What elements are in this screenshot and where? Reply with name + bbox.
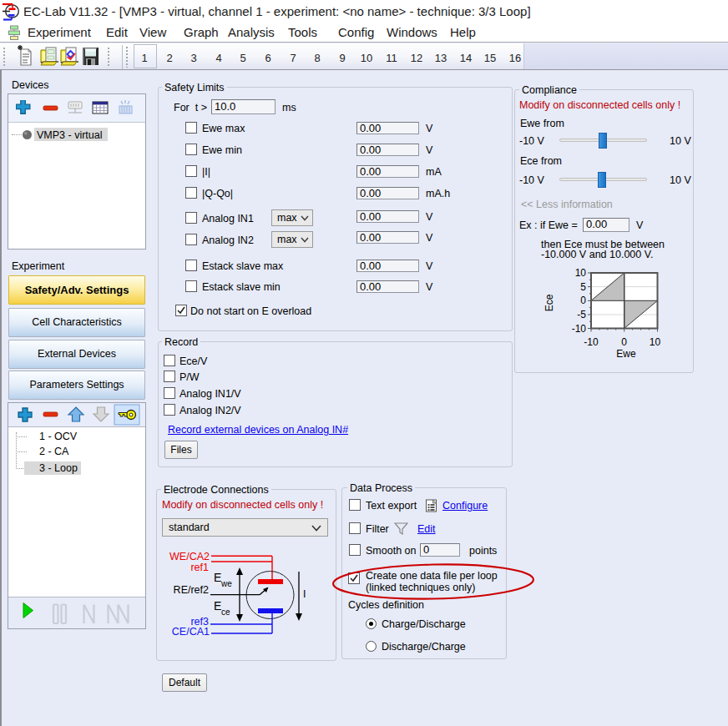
svg-text:RE/ref2: RE/ref2 [174,584,209,596]
svg-text:WE/CA2: WE/CA2 [169,551,210,562]
svg-text:10: 10 [575,267,587,279]
svg-text:0: 0 [580,295,586,306]
svg-text:-10: -10 [584,336,599,348]
svg-text:-10: -10 [572,323,587,335]
svg-text:10: 10 [650,336,661,348]
svg-text:ref1: ref1 [190,562,209,573]
svg-text:Ewe: Ewe [616,348,636,360]
svg-text:Ece: Ece [543,294,555,311]
svg-text:-5: -5 [577,309,586,320]
svg-text:ce: ce [221,608,230,617]
svg-text:E: E [214,571,221,584]
svg-text:5: 5 [580,281,586,293]
svg-text:I: I [303,588,306,600]
svg-text:we: we [220,579,232,588]
svg-text:0: 0 [621,336,627,348]
svg-text:E: E [214,599,221,613]
svg-text:CE/CA1: CE/CA1 [172,626,210,638]
